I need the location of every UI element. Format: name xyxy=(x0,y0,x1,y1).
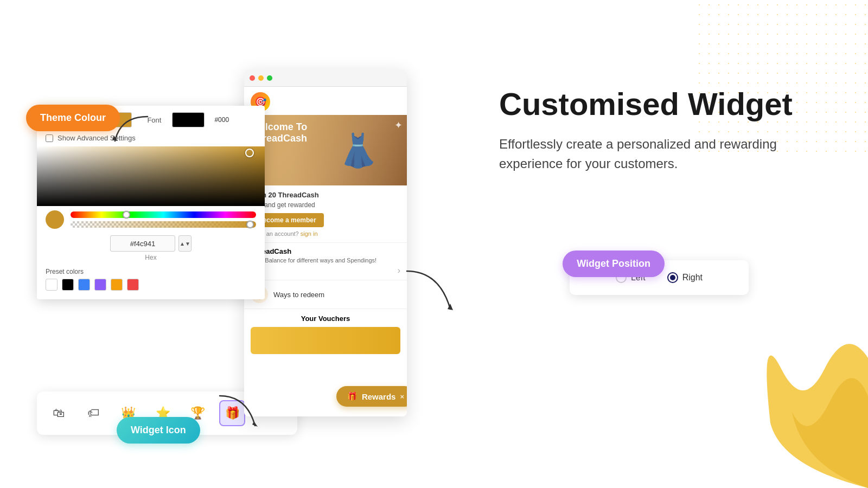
show-advanced-checkbox[interactable] xyxy=(46,134,53,142)
hex-input-row: ▲▼ xyxy=(37,231,265,254)
gradient-handle[interactable] xyxy=(245,149,254,157)
widget-position-callout: Widget Position xyxy=(563,251,665,277)
alpha-overlay xyxy=(71,221,256,228)
arrow-widget-icon-svg xyxy=(214,388,263,431)
icon-btn-shopping[interactable]: 🛍 xyxy=(46,400,72,426)
vouchers-section: Your Vouchers xyxy=(244,309,407,359)
browser-dot-green xyxy=(267,75,272,81)
page-description: Effortlessly create a personalized and r… xyxy=(499,134,803,174)
browser-dot-red xyxy=(250,75,255,81)
tc-desc: Earn Balance for different ways and Spen… xyxy=(251,257,400,264)
ways-redeem-row[interactable]: 🎁 Ways to redeem xyxy=(244,280,407,309)
banner-star: ✦ xyxy=(394,119,403,131)
gradient-picker[interactable] xyxy=(37,146,265,206)
preset-swatch-red[interactable] xyxy=(127,279,139,291)
position-right-option[interactable]: Right xyxy=(667,272,703,283)
tc-link-row: Earn › xyxy=(251,266,400,275)
app-icon-row: 🎯 xyxy=(244,87,407,115)
hex-arrow-button[interactable]: ▲▼ xyxy=(178,235,192,252)
theme-colour-callout: Theme Colour xyxy=(26,105,120,131)
hue-bars-col xyxy=(71,211,256,228)
thread-cash-section: ThreadCash Earn Balance for different wa… xyxy=(244,242,407,280)
preset-swatch-black[interactable] xyxy=(62,279,74,291)
font-swatch[interactable] xyxy=(172,112,205,127)
ways-redeem-label: Ways to redeem xyxy=(273,291,324,299)
preset-swatch-purple[interactable] xyxy=(94,279,106,291)
hue-bar[interactable] xyxy=(71,211,256,218)
sign-in-text: Have an account? sign in xyxy=(251,230,400,237)
preset-colors-section: Preset colors xyxy=(37,265,265,293)
widget-browser-panel: 🎯 Welcome To ThreadCash 👗 ✦ Earn 20 Thre… xyxy=(244,69,407,416)
widget-icon-callout: Widget Icon xyxy=(117,417,200,444)
browser-topbar xyxy=(244,69,407,87)
earn-desc: Join and get rewarded xyxy=(251,201,400,209)
position-right-label: Right xyxy=(682,273,703,282)
rewards-label: Rewards xyxy=(362,392,396,401)
selected-color-circle xyxy=(46,210,64,229)
alpha-handle[interactable] xyxy=(246,221,254,228)
alpha-bar[interactable] xyxy=(71,221,256,228)
arrow-position-svg xyxy=(396,266,461,314)
radio-right[interactable] xyxy=(667,272,678,283)
vouchers-title: Your Vouchers xyxy=(251,314,400,323)
widget-content[interactable]: 🎯 Welcome To ThreadCash 👗 ✦ Earn 20 Thre… xyxy=(244,87,407,416)
vouchers-placeholder xyxy=(251,327,400,354)
tc-title: ThreadCash xyxy=(251,247,400,255)
earn-section: Earn 20 ThreadCash Join and get rewarded… xyxy=(244,185,407,242)
rewards-close-icon[interactable]: × xyxy=(400,393,404,401)
preset-swatches xyxy=(46,279,256,291)
hex-000-label: #000 xyxy=(214,116,229,124)
rewards-gift-icon: 🎁 xyxy=(347,391,358,401)
sign-in-link[interactable]: sign in xyxy=(301,230,318,237)
banner-image: Welcome To ThreadCash 👗 ✦ xyxy=(244,115,407,185)
browser-dot-yellow xyxy=(258,75,264,81)
preset-swatch-blue[interactable] xyxy=(78,279,90,291)
icon-btn-tag[interactable]: 🏷 xyxy=(80,400,106,426)
page-title: Customised Widget xyxy=(499,87,803,121)
preset-swatch-white[interactable] xyxy=(46,279,58,291)
banner-clothes-icon: 👗 xyxy=(309,115,407,185)
hue-handle[interactable] xyxy=(123,211,130,219)
hue-bar-row xyxy=(37,206,265,231)
hex-label: Hex xyxy=(37,254,265,261)
preset-colors-title: Preset colors xyxy=(46,268,256,275)
hex-input[interactable] xyxy=(110,235,175,252)
earn-title: Earn 20 ThreadCash xyxy=(251,191,400,199)
preset-swatch-yellow[interactable] xyxy=(111,279,123,291)
rewards-float-button[interactable]: 🎁 Rewards × xyxy=(336,386,407,407)
right-section: Customised Widget Effortlessly create a … xyxy=(499,87,803,174)
